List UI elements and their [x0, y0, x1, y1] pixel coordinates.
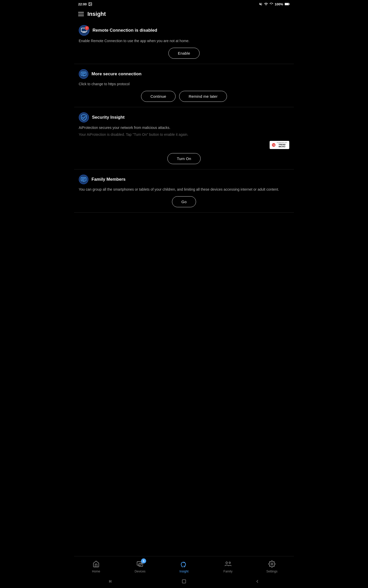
secure-connection-desc: Click to change to https protocol	[79, 81, 289, 87]
settings-nav-icon-wrap	[267, 559, 277, 569]
svg-point-28	[226, 562, 228, 564]
family-members-section: Family Members You can group all the sma…	[74, 169, 294, 213]
secure-connection-header: More secure connection	[79, 69, 289, 79]
security-insight-desc: AiProtection secures your network from m…	[79, 125, 289, 130]
svg-point-11	[79, 69, 88, 79]
insight-icon	[180, 560, 188, 568]
svg-text:TM: TM	[272, 144, 275, 146]
svg-point-1	[89, 3, 90, 4]
family-icon	[224, 560, 232, 568]
bottom-navigation: Home 5 Devices Insight	[74, 556, 294, 575]
family-members-title: Family Members	[91, 177, 125, 182]
svg-text:!: !	[86, 27, 87, 30]
security-insight-title: Security Insight	[92, 115, 125, 120]
family-nav-label: Family	[223, 570, 232, 573]
remote-connection-desc: Enable Remote Connection to use the app …	[79, 38, 289, 44]
settings-icon	[268, 560, 275, 568]
remind-later-button[interactable]: Remind me later	[179, 91, 227, 102]
remote-connection-section: ! Remote Connection is disabled Enable R…	[74, 20, 294, 64]
status-time-area: 22:00	[78, 2, 92, 6]
home-nav-icon-wrap	[91, 559, 101, 569]
back-nav-icon	[255, 579, 260, 584]
family-nav-icon-wrap	[223, 559, 233, 569]
devices-nav-icon-wrap: 5	[135, 559, 145, 569]
recent-nav-button[interactable]	[253, 578, 262, 584]
remote-connection-icon: !	[79, 25, 89, 36]
svg-rect-25	[139, 564, 143, 567]
secure-connection-actions: Continue Remind me later	[79, 91, 289, 102]
battery-percent: 100%	[275, 2, 283, 6]
status-bar: 22:00 100%	[74, 0, 294, 8]
nav-item-family[interactable]: Family	[220, 559, 236, 573]
nav-item-insight[interactable]: Insight	[176, 559, 192, 573]
remote-connection-actions: Enable	[79, 48, 289, 59]
home-icon	[93, 560, 100, 568]
status-icons: 100%	[259, 2, 290, 6]
nav-item-home[interactable]: Home	[88, 559, 104, 573]
trend-micro-logo-icon: TM	[272, 143, 276, 147]
mute-icon	[259, 2, 262, 6]
family-members-icon	[79, 175, 88, 184]
insight-nav-label: Insight	[179, 570, 188, 573]
hamburger-menu-button[interactable]	[78, 12, 84, 16]
enable-button[interactable]: Enable	[168, 48, 200, 59]
app-toolbar: Insight	[74, 8, 294, 20]
svg-rect-3	[285, 3, 289, 5]
secure-connection-title: More secure connection	[91, 71, 142, 77]
wifi-icon	[264, 2, 268, 6]
devices-nav-label: Devices	[135, 570, 146, 573]
family-members-desc: You can group all the smartphones or tab…	[79, 187, 289, 192]
menu-icon	[108, 579, 113, 584]
family-members-actions: Go	[79, 196, 289, 207]
devices-badge: 5	[141, 558, 146, 564]
remote-connection-header: ! Remote Connection is disabled	[79, 25, 289, 36]
battery-icon	[285, 3, 290, 6]
svg-point-16	[79, 113, 89, 122]
security-insight-section: Security Insight AiProtection secures yo…	[74, 107, 294, 169]
security-insight-header: Security Insight	[79, 112, 289, 122]
security-insight-actions: Turn On	[79, 153, 289, 164]
insight-nav-icon-wrap	[179, 559, 189, 569]
secure-connection-section: More secure connection Click to change t…	[74, 64, 294, 107]
secure-connection-icon	[79, 69, 88, 79]
status-time: 22:00	[78, 2, 87, 6]
svg-point-29	[229, 562, 231, 564]
nav-item-devices[interactable]: 5 Devices	[132, 559, 148, 573]
back-nav-button[interactable]	[106, 578, 115, 584]
turn-on-button[interactable]: Turn On	[167, 153, 201, 164]
security-insight-icon	[79, 112, 89, 122]
go-button[interactable]: Go	[172, 196, 196, 207]
svg-point-30	[271, 563, 273, 565]
remote-connection-title: Remote Connection is disabled	[93, 28, 157, 33]
security-insight-warning: Your AiProtection is disabled. Tap "Turn…	[79, 132, 289, 137]
home-nav-button[interactable]	[179, 578, 189, 584]
settings-nav-label: Settings	[266, 570, 277, 573]
svg-point-19	[79, 175, 88, 184]
system-nav-bar	[74, 575, 294, 588]
nav-item-settings[interactable]: Settings	[264, 559, 280, 573]
svg-rect-4	[289, 4, 290, 5]
home-nav-icon	[181, 579, 187, 584]
trend-micro-badge: TM POWERED BY TREND MICRO	[79, 141, 289, 149]
home-nav-label: Home	[92, 570, 100, 573]
family-members-header: Family Members	[79, 175, 289, 184]
svg-point-27	[184, 562, 185, 563]
app-title: Insight	[87, 11, 106, 17]
svg-rect-34	[182, 580, 186, 583]
signal-icon	[270, 2, 273, 6]
continue-button[interactable]: Continue	[141, 91, 176, 102]
gallery-icon	[88, 2, 92, 6]
